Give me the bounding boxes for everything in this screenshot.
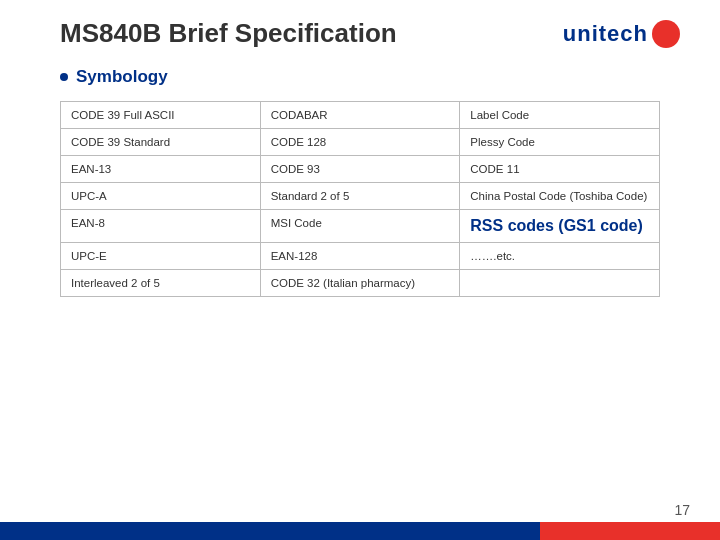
logo-text: unitech [563, 21, 648, 47]
symbology-table: CODE 39 Full ASCIICODABARLabel CodeCODE … [60, 101, 660, 297]
header: MS840B Brief Specification unitech [0, 0, 720, 59]
table-cell: CODE 93 [260, 156, 460, 183]
section-label: Symbology [76, 67, 168, 87]
table-cell: …….etc. [460, 243, 660, 270]
table-cell [460, 270, 660, 297]
table-cell: RSS codes (GS1 code) [460, 210, 660, 243]
section-bullet: Symbology [0, 59, 720, 97]
table-cell: CODE 128 [260, 129, 460, 156]
table-cell: UPC-E [61, 243, 261, 270]
table-cell: CODABAR [260, 102, 460, 129]
table-row: Interleaved 2 of 5CODE 32 (Italian pharm… [61, 270, 660, 297]
table-row: UPC-EEAN-128…….etc. [61, 243, 660, 270]
table-row: CODE 39 StandardCODE 128Plessy Code [61, 129, 660, 156]
bottom-bar-red [540, 522, 720, 540]
logo-circle-icon [652, 20, 680, 48]
table-cell: Standard 2 of 5 [260, 183, 460, 210]
page-number: 17 [674, 502, 690, 518]
table-row: EAN-13CODE 93CODE 11 [61, 156, 660, 183]
table-cell: Label Code [460, 102, 660, 129]
table-cell: CODE 39 Standard [61, 129, 261, 156]
page-title: MS840B Brief Specification [60, 18, 397, 49]
bottom-bar-blue [0, 522, 540, 540]
table-cell: Plessy Code [460, 129, 660, 156]
table-cell: Interleaved 2 of 5 [61, 270, 261, 297]
table-cell: CODE 32 (Italian pharmacy) [260, 270, 460, 297]
bullet-icon [60, 73, 68, 81]
table-row: CODE 39 Full ASCIICODABARLabel Code [61, 102, 660, 129]
table-cell: CODE 11 [460, 156, 660, 183]
table-row: UPC-AStandard 2 of 5China Postal Code (T… [61, 183, 660, 210]
table-row: EAN-8MSI CodeRSS codes (GS1 code) [61, 210, 660, 243]
logo-area: unitech [563, 20, 680, 48]
table-cell: UPC-A [61, 183, 261, 210]
table-cell: EAN-128 [260, 243, 460, 270]
table-wrapper: CODE 39 Full ASCIICODABARLabel CodeCODE … [0, 97, 720, 301]
bottom-bar [0, 522, 720, 540]
table-cell: China Postal Code (Toshiba Code) [460, 183, 660, 210]
table-cell: EAN-13 [61, 156, 261, 183]
table-cell: CODE 39 Full ASCII [61, 102, 261, 129]
table-cell: EAN-8 [61, 210, 261, 243]
table-cell: MSI Code [260, 210, 460, 243]
